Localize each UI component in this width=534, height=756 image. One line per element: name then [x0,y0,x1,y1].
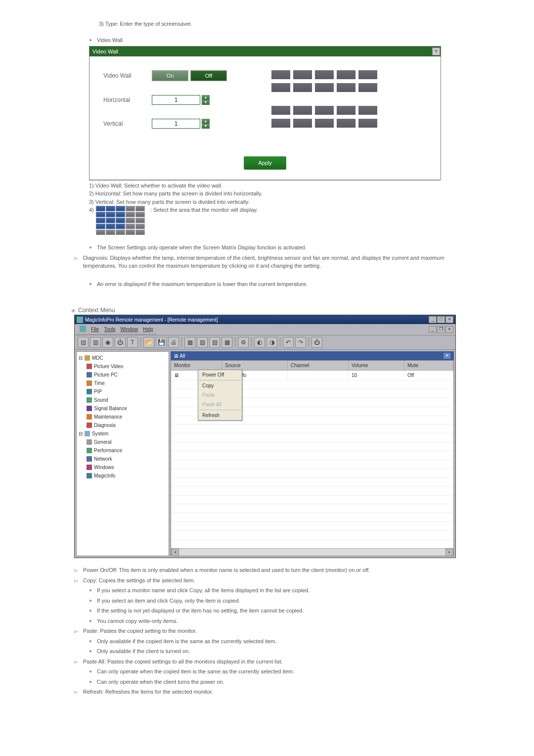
copy-b2: If you select an item and click Copy, on… [97,597,475,605]
tab-all[interactable]: All [179,353,185,359]
spin-up-icon[interactable]: ▲ [202,95,210,100]
horizontal-spinner[interactable]: ▲ ▼ [202,95,210,105]
tb-gear-icon[interactable]: ⚙ [238,337,249,348]
menu-help[interactable]: Help [143,326,153,333]
tree-win[interactable]: Windows [79,463,167,472]
tb-doc2-icon[interactable]: ▧ [197,337,208,348]
tb-nb-icon[interactable]: ◑ [267,337,277,348]
minimize-icon[interactable]: _ [429,316,437,323]
popup-paste-all[interactable]: Paste All [198,400,242,409]
tab-strip: 🖥 All ▾ [171,351,454,360]
popup-copy[interactable]: Copy [198,381,242,390]
tb-save-icon[interactable]: 💾 [156,337,167,348]
tree-sound[interactable]: Sound [79,396,167,404]
tree-pv[interactable]: Picture Video [79,362,167,371]
child-minimize-icon[interactable]: _ [429,326,437,333]
tb-power-icon[interactable]: ⏻ [115,337,126,348]
paste-text: Paste: Pastes the copied setting to the … [83,627,475,635]
tb-disconnect-icon[interactable]: ▥ [90,337,101,348]
perf-icon [87,448,92,453]
child-close-icon[interactable]: × [445,326,453,333]
video-wall-title: Video Wall [97,36,475,45]
tb-print-icon[interactable]: 🖨 [168,337,179,348]
refresh-text: Refresh: Refreshes the items for the sel… [83,688,475,696]
tree-pip[interactable]: PIP [79,387,167,396]
mi-icon [87,473,92,478]
screen-settings-note: ● The Screen Settings only operate when … [89,243,475,252]
context-popup[interactable]: Power Off Copy Paste Paste All Refresh [198,370,242,421]
popup-paste[interactable]: Paste [198,390,242,400]
tab-dropdown[interactable]: ▾ [443,352,451,359]
maximize-icon[interactable]: □ [437,316,445,323]
copy-text: Copy: Copies the settings of the selecte… [83,576,475,585]
tree-system[interactable]: ⊟System [79,429,167,438]
vertical-input[interactable]: 1 [152,119,200,129]
tb-doc1-icon[interactable]: ▦ [184,337,195,348]
video-wall-panel: Video Wall × Video Wall On Off Horizonta… [89,46,441,180]
tb-connect-icon[interactable]: ▤ [78,337,89,348]
menu-file[interactable]: File [91,326,99,333]
tb-doc3-icon[interactable]: ▨ [209,337,220,348]
power-onoff-text: Power On/Off: This item is only enabled … [83,566,475,574]
system-icon [85,431,90,436]
spin-up-icon[interactable]: ▲ [202,119,210,124]
tree-pc[interactable]: Picture PC [79,371,167,379]
tree-general[interactable]: General [79,438,167,446]
col-channel[interactable]: Channel [288,361,349,370]
arrow-icon: ▻ [74,576,83,585]
vw-off-button[interactable]: Off [190,70,227,81]
tb-open-icon[interactable]: 📂 [143,337,154,348]
close-icon[interactable]: × [445,316,453,323]
screen-selector-grid [96,206,145,236]
app-titlebar[interactable]: MagicInfoPro Remote management - [Remote… [75,315,455,324]
vw-on-button[interactable]: On [152,70,188,81]
grid-body[interactable]: 🖥 MagicInfo 10 Off Power Off Copy Paste … [171,371,454,556]
col-volume[interactable]: Volume [349,361,404,370]
tb-globe-icon[interactable]: ◉ [102,337,113,348]
tb-doc4-icon[interactable]: ▩ [222,337,232,348]
spin-down-icon[interactable]: ▼ [202,124,210,129]
tree-time[interactable]: Time [79,379,167,387]
child-restore-icon[interactable]: ❐ [437,326,445,333]
tb-undo-icon[interactable]: ↶ [283,337,294,348]
tb-na-icon[interactable]: ◐ [254,337,265,348]
h-scrollbar[interactable]: ◂ ▸ [171,548,453,556]
scroll-right-icon[interactable]: ▸ [445,549,453,556]
vertical-spinner[interactable]: ▲ ▼ [202,119,210,129]
popup-refresh[interactable]: Refresh [198,411,242,420]
arrow-icon: ▻ [74,254,83,262]
menu-tools[interactable]: Tools [104,326,115,333]
col-source[interactable]: Source [222,361,288,370]
arrow-icon: ▻ [74,566,83,574]
menu-bar[interactable]: File Tools Window Help [77,325,156,334]
tree-diag[interactable]: Diagnosis [79,421,167,429]
tb-t-icon[interactable]: T [127,337,138,348]
apply-button[interactable]: Apply [244,156,286,170]
tree-root[interactable]: ⊟MDC [79,354,167,362]
tree-maint[interactable]: Maintenance [79,413,167,421]
tree-perf[interactable]: Performance [79,446,167,455]
maint-icon [87,414,92,420]
video-wall-titlebar[interactable]: Video Wall × [89,47,441,56]
toolbar[interactable]: ▤ ▥ ◉ ⏻ T 📂 💾 🖨 ▦ ▧ ▨ ▩ ⚙ ◐ ◑ ↶ ↷ ⏻ [75,335,455,350]
close-icon[interactable]: × [432,47,440,55]
spin-down-icon[interactable]: ▼ [202,100,210,105]
tb-redo-icon[interactable]: ↷ [295,337,306,348]
tree-net[interactable]: Network [79,455,167,463]
popup-power-off[interactable]: Power Off [198,370,242,379]
tree-view[interactable]: ⊟MDC Picture Video Picture PC Time PIP S… [76,351,169,556]
cell-channel [288,371,349,380]
horizontal-input[interactable]: 1 [152,95,200,105]
tree-signal[interactable]: Signal Balance [79,404,167,413]
signal-icon [87,406,92,411]
bullet-icon: ● [89,597,97,604]
menu-window[interactable]: Window [120,326,138,333]
col-mute[interactable]: Mute [404,361,453,370]
scroll-left-icon[interactable]: ◂ [171,549,179,556]
bullet-icon: ● [89,243,97,251]
col-monitor[interactable]: Monitor [171,361,222,370]
clock-icon [87,380,92,386]
app-icon [77,317,83,323]
tree-mi[interactable]: MagicInfo [79,472,167,480]
tb-power2-icon[interactable]: ⏻ [312,337,322,348]
